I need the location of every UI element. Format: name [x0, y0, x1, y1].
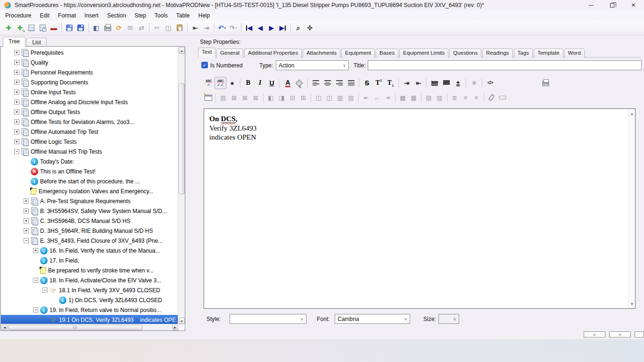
- step-tab-additional-properties[interactable]: Additional Properties: [244, 49, 302, 58]
- tree-expander[interactable]: +: [14, 50, 19, 55]
- tree-pane-tab-tree[interactable]: Tree: [3, 37, 25, 47]
- menu-insert[interactable]: Insert: [80, 11, 103, 20]
- delete-step-button[interactable]: ▬: [48, 22, 59, 33]
- align-center-button[interactable]: [322, 77, 333, 89]
- minimize-button[interactable]: [580, 0, 602, 10]
- close-button[interactable]: ✕: [623, 0, 644, 10]
- step-tab-template[interactable]: Template: [534, 49, 563, 58]
- font-color-button[interactable]: A: [282, 77, 294, 89]
- tree-item[interactable]: −i18. In Field, Activate/Close the EIV V…: [1, 275, 178, 285]
- tree-item[interactable]: +Personnel Requirements: [1, 67, 178, 77]
- html-source-button[interactable]: </>: [484, 77, 496, 89]
- step-text-editor[interactable]: On DCS, Verify 3ZL6493 indicates OPEN ▲ …: [204, 108, 636, 309]
- tree-item[interactable]: −i19. In Field, Return valve to Normal p…: [1, 305, 178, 315]
- menu-procedure[interactable]: Procedure: [0, 11, 35, 20]
- tree-expander[interactable]: +: [24, 198, 29, 204]
- tree-expander[interactable]: +: [14, 99, 19, 105]
- undo-button[interactable]: ↶▾: [216, 22, 228, 33]
- insert-table-button[interactable]: [203, 92, 214, 103]
- tree-expander[interactable]: −: [33, 307, 38, 313]
- step-tab-readings[interactable]: Readings: [482, 49, 513, 58]
- check-in-button[interactable]: [64, 22, 75, 33]
- italic-button[interactable]: I: [254, 77, 266, 89]
- find-step-button[interactable]: ⌕: [293, 22, 304, 33]
- tree-item[interactable]: ☞19.1 On DCS, Verify 3ZL6493 indicates O…: [1, 315, 178, 324]
- print-button[interactable]: [102, 22, 113, 33]
- tree-expander[interactable]: −: [42, 288, 48, 293]
- save-button[interactable]: [75, 22, 86, 33]
- strikethrough-button[interactable]: S: [361, 77, 373, 89]
- menu-format[interactable]: Format: [54, 11, 80, 20]
- bold-button[interactable]: B: [242, 77, 254, 89]
- previous-step-button[interactable]: ◀: [255, 22, 266, 33]
- tree-item[interactable]: ✕This is an Offline Test!: [1, 166, 178, 176]
- tree-item[interactable]: +D. 3HS_5964R, RIE Building Manual S/D H…: [1, 226, 178, 236]
- publish-button[interactable]: ◧: [91, 22, 102, 33]
- tree-item[interactable]: +C. 3HS5964B, DCS Manual S/D HS: [1, 216, 178, 226]
- menu-tools[interactable]: Tools: [150, 11, 172, 20]
- add-child-step-button[interactable]: ✚↘: [14, 22, 25, 33]
- step-tab-questions[interactable]: Questions: [449, 49, 481, 58]
- tree-item[interactable]: +Online Input Tests: [1, 87, 178, 97]
- tree-expander[interactable]: +: [24, 228, 29, 233]
- scroll-down-button[interactable]: ▼: [179, 318, 185, 324]
- step-tab-equipment-limits[interactable]: Equipment Limits: [399, 49, 448, 58]
- add-step-button[interactable]: ✚: [3, 22, 14, 33]
- move-step-button[interactable]: ✜: [304, 22, 315, 33]
- step-tab-bases[interactable]: Bases: [376, 49, 398, 58]
- menu-help[interactable]: Help: [194, 11, 215, 20]
- tree-item[interactable]: +Offline Automated Trip Test: [1, 127, 178, 137]
- tree-item[interactable]: i17. In Field,: [1, 255, 178, 265]
- step-tab-equipment[interactable]: Equipment: [341, 49, 375, 58]
- outdent-button[interactable]: ⇤: [413, 77, 424, 89]
- tree-expander[interactable]: +: [14, 60, 19, 65]
- bullet-list-button[interactable]: [429, 77, 440, 89]
- tree-item[interactable]: −☞18.1 In Field, Verify 3XV_6493 CLOSED: [1, 285, 178, 295]
- paste-button[interactable]: [174, 22, 185, 33]
- last-step-button[interactable]: ▶: [277, 22, 289, 33]
- size-dropdown[interactable]: ∨: [438, 314, 459, 324]
- indent-step-button[interactable]: ⇤: [190, 22, 201, 33]
- view-details-button[interactable]: [37, 22, 48, 33]
- restore-button[interactable]: [602, 0, 623, 10]
- menu-step[interactable]: Step: [130, 11, 150, 20]
- pane-splitter[interactable]: [186, 35, 193, 338]
- superscript-button[interactable]: T1: [373, 77, 385, 89]
- menu-edit[interactable]: Edit: [35, 11, 54, 20]
- attach-file-button[interactable]: [486, 92, 497, 103]
- tree-expander[interactable]: −: [24, 238, 29, 243]
- tree-item[interactable]: iBefore the start of this procedure, the…: [1, 176, 178, 186]
- tree-horizontal-scrollbar[interactable]: ◀ ▶: [1, 324, 179, 330]
- tree-item[interactable]: +Prerequisites: [1, 48, 178, 58]
- spell-check-button[interactable]: ABC✓: [203, 77, 215, 89]
- fill-color-button[interactable]: [294, 77, 305, 89]
- auto-spell-check-button[interactable]: ABC✓✓: [215, 77, 226, 89]
- indent-button[interactable]: ⇥: [401, 77, 413, 89]
- align-left-button[interactable]: [310, 77, 322, 89]
- tree-expander[interactable]: +: [24, 218, 29, 223]
- scroll-left-button[interactable]: ◀: [1, 325, 8, 330]
- step-tab-attachments[interactable]: Attachments: [303, 49, 340, 58]
- style-dropdown[interactable]: ∨: [230, 314, 306, 324]
- first-step-button[interactable]: ◀: [243, 22, 255, 33]
- type-dropdown[interactable]: Action∨: [276, 60, 349, 70]
- tree-item[interactable]: +A. Pre-Test Signature Requirements: [1, 196, 178, 206]
- tree-item[interactable]: −E. 3HS_6493, Field Closure of 3XV_6493 …: [1, 236, 178, 246]
- tree-expander[interactable]: +: [24, 208, 29, 214]
- tree-expander[interactable]: +: [14, 90, 19, 95]
- number-list-button[interactable]: 123: [440, 77, 452, 89]
- scroll-up-button[interactable]: ▲: [179, 47, 185, 54]
- tree-item[interactable]: +Quality: [1, 58, 178, 67]
- tree-item[interactable]: iToday's Date:: [1, 156, 178, 166]
- speech-button[interactable]: ●: [226, 77, 238, 89]
- tree-expander[interactable]: +: [33, 248, 38, 253]
- menu-table[interactable]: Table: [172, 11, 194, 20]
- tree-expander[interactable]: +: [14, 109, 19, 115]
- align-right-button[interactable]: [333, 77, 345, 89]
- tree-item[interactable]: i1) On DCS, Verify 3ZL6493 CLOSED: [1, 295, 178, 305]
- align-justify-button[interactable]: [345, 77, 357, 89]
- tree-expander[interactable]: +: [14, 119, 19, 124]
- underline-button[interactable]: U: [266, 77, 278, 89]
- tree-item[interactable]: +i16. In Field, Verify the status of the…: [1, 246, 178, 255]
- insert-field-button[interactable]: [497, 92, 508, 103]
